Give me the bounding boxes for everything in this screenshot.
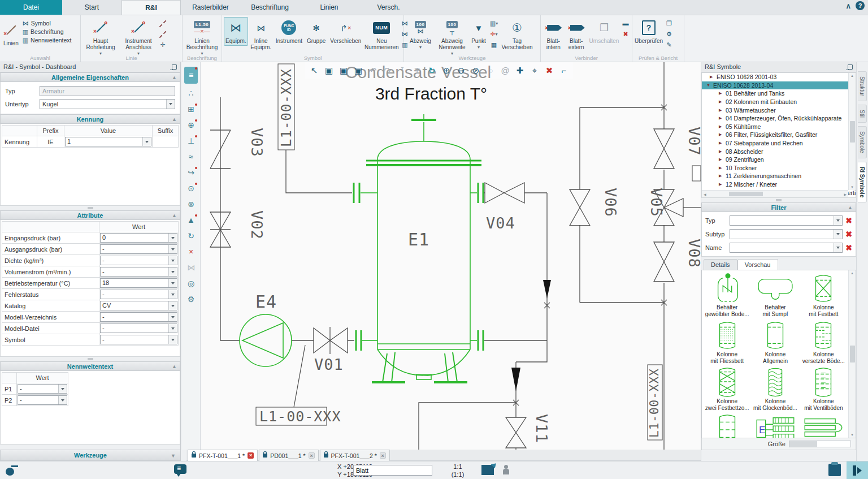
inline-equipment-button[interactable]: ⋈ Inline Equipm.	[249, 17, 273, 52]
valve-v11[interactable]	[506, 417, 526, 448]
section-filter[interactable]: Filter▲	[701, 202, 856, 212]
tab-beschriftung[interactable]: Beschriftung	[240, 0, 300, 15]
renumber-button[interactable]: NUM Neu Nummerieren	[364, 17, 399, 52]
group-button[interactable]: ✻ Gruppe	[305, 17, 327, 46]
rotate-icon[interactable]: ↻	[425, 64, 439, 77]
chevron-down-icon[interactable]	[58, 385, 67, 393]
tree-item[interactable]: ▶11 Zerkleinerungsmaschinen	[702, 172, 856, 180]
side-tab-stil[interactable]: Stil	[858, 105, 867, 123]
section-nennweitentext[interactable]: Nennweitentext▲	[0, 361, 180, 371]
tab-ri[interactable]: R&I	[121, 0, 181, 15]
tab-start[interactable]: Start	[62, 0, 121, 15]
chevron-down-icon[interactable]	[168, 324, 177, 333]
valve-v01[interactable]	[314, 327, 348, 354]
side-tab-struktur[interactable]: Struktur	[858, 71, 867, 101]
vtool-button[interactable]: ⚙	[184, 293, 198, 305]
tree-item[interactable]: ▶04 Dampferzeuger, Öfen, Rückkühlapparat…	[702, 114, 856, 123]
save-as-icon[interactable]: ▣	[351, 64, 365, 77]
pan-icon[interactable]: ✚	[513, 64, 527, 77]
tree-item[interactable]: ▶07 Siebapparate und Rechen	[702, 139, 856, 148]
label-v07[interactable]: V07	[685, 127, 701, 156]
line-cross-button[interactable]: ✛	[158, 40, 168, 50]
label-v04[interactable]: V04	[486, 214, 515, 232]
label-v02[interactable]: V02	[248, 210, 266, 240]
chevron-down-icon[interactable]	[168, 335, 177, 344]
tree-item[interactable]: ▶08 Abscheider	[702, 147, 856, 156]
filter-subtyp-select[interactable]	[730, 229, 843, 239]
clear-filter-icon[interactable]: ✖	[845, 243, 852, 252]
tree-horizontal-scrollbar[interactable]: ◀▶	[702, 190, 848, 197]
label-v05[interactable]: V05	[648, 188, 665, 217]
crosshair-tool-button[interactable]: ✛▾	[489, 29, 499, 39]
attr-value-select[interactable]: CV	[100, 301, 177, 310]
label-v01[interactable]: V01	[314, 356, 344, 373]
pump-e4[interactable]	[240, 314, 292, 366]
label-v03[interactable]: V03	[248, 128, 266, 157]
symbol-card[interactable]: Behältergewölbter Bode...	[703, 273, 751, 317]
select-symbol-button[interactable]: ⋈ Symbol	[21, 19, 73, 27]
plant-icon[interactable]	[481, 465, 494, 475]
attr-value-select[interactable]: -	[100, 335, 177, 344]
chevron-down-icon[interactable]	[168, 279, 177, 287]
p1-select[interactable]: -	[18, 384, 67, 394]
p2-select[interactable]: -	[18, 395, 67, 405]
pipe-label-bottom[interactable]: L1-00-XXX	[259, 408, 341, 425]
line-label-button[interactable]: L1-50—×— Linien Beschriftung▾	[184, 17, 220, 58]
corner-tool-icon[interactable]: ⌐	[557, 64, 571, 77]
toggle-panel-button[interactable]	[847, 461, 868, 479]
symbol-card[interactable]: Kolonneversetzte Böde...	[800, 320, 848, 364]
raise-icon[interactable]: ⊺	[396, 64, 409, 77]
filter-typ-select[interactable]	[730, 215, 843, 226]
report-settings-button[interactable]: ⚙	[664, 29, 674, 39]
symbol-card[interactable]: KolonneAllgemein	[751, 320, 799, 364]
label-e1[interactable]: E1	[408, 230, 429, 249]
select-icon[interactable]: ↖	[307, 64, 321, 77]
close-tab-icon[interactable]: ×	[380, 452, 386, 459]
valve-v04[interactable]	[485, 183, 524, 203]
werkzeuge-footer[interactable]: Werkzeuge▼	[0, 450, 181, 461]
valve-v06[interactable]	[570, 189, 590, 226]
tree-item-eniso-2001[interactable]: ▶ ENISO 10628 2001-03	[702, 73, 856, 81]
zoom-out-icon[interactable]: ⊖	[454, 64, 468, 77]
select-label-button[interactable]: ▥ Beschriftung	[21, 28, 73, 36]
symbol-card[interactable]: Kolonnemit Glockenböd...	[751, 366, 799, 411]
symbol-card[interactable]	[703, 413, 751, 438]
vtool-button[interactable]: ↪	[184, 166, 198, 179]
drawing-title-line2[interactable]: 3rd Fraction T°	[375, 84, 487, 103]
dashed-line-button[interactable]	[158, 19, 168, 28]
equipment-button[interactable]: ⋈ Equipm.	[224, 17, 248, 46]
instrument-connection-button[interactable]: o× Instrument Anschluss▾	[120, 17, 157, 58]
filter-name-select[interactable]	[730, 243, 843, 253]
chevron-down-icon[interactable]	[58, 396, 67, 404]
eraser-button[interactable]: ▬	[620, 19, 631, 28]
attr-value-select[interactable]: -	[100, 244, 177, 254]
zoom-extents-icon[interactable]: ◌	[484, 64, 497, 77]
instrument-button[interactable]: FUNCID Instrument	[274, 17, 304, 46]
clipboard-icon[interactable]	[828, 464, 841, 476]
attr-value-select[interactable]: -	[100, 323, 177, 333]
chevron-down-icon[interactable]	[168, 301, 177, 310]
messages-icon[interactable]	[174, 464, 186, 474]
dashed-line2-button[interactable]	[158, 29, 168, 39]
side-tab-ri-symbole[interactable]: RI Symbole	[858, 162, 867, 202]
save-all-icon[interactable]: ▣	[337, 64, 350, 77]
vtool-button[interactable]: ⋈	[184, 261, 198, 274]
vtool-symbol-list-button[interactable]: ≡	[184, 67, 198, 84]
zoom-in-icon[interactable]: ⊕	[440, 64, 453, 77]
chevron-down-icon[interactable]	[834, 243, 842, 252]
clear-filter-icon[interactable]: ✖	[845, 230, 852, 239]
tree-item[interactable]: ▶12 Mischer / Kneter	[702, 180, 856, 189]
drawing-canvas[interactable]: Condensate Vessel 3rd Fraction T°	[201, 62, 701, 450]
sheet-external-button[interactable]: × Blatt-extern	[566, 17, 588, 52]
tab-versch[interactable]: Versch.	[359, 0, 418, 15]
point-button[interactable]: ▼ Punkt▾	[469, 17, 488, 52]
branch-button[interactable]: 100⋈ Abzweig▾	[406, 17, 435, 52]
label-v08[interactable]: V08	[685, 239, 701, 268]
select-nominal-width-text-button[interactable]: ▥ Nennweitentext	[21, 36, 73, 44]
chevron-down-icon[interactable]	[834, 216, 842, 225]
check-button[interactable]: ? Überprüfen	[634, 17, 663, 46]
vtool-button[interactable]: ↻	[184, 230, 198, 242]
tree-item-eniso-2013[interactable]: ▼ ENISO 10628 2013-04	[702, 81, 856, 90]
panel-splitter[interactable]	[0, 206, 180, 210]
close-tab-icon[interactable]: ×	[248, 452, 254, 459]
